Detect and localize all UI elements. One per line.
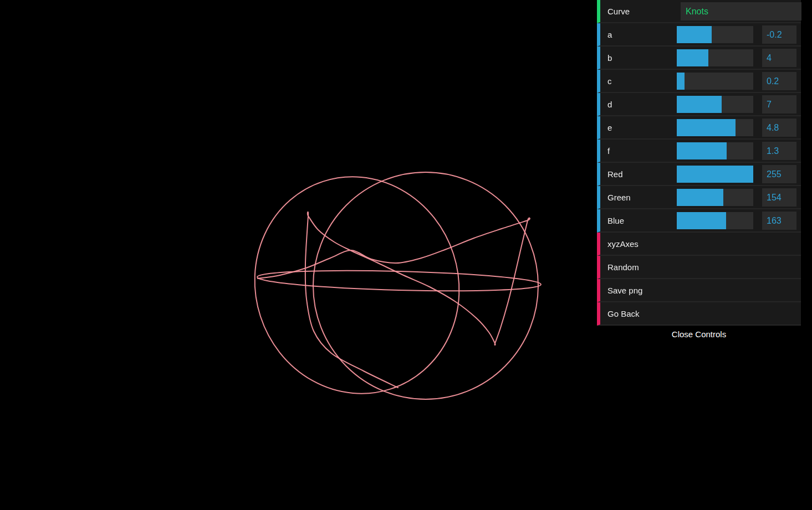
value-input-d[interactable]: 7 [762, 95, 796, 114]
slider-label: b [607, 47, 612, 69]
value-input-b[interactable]: 4 [762, 49, 796, 67]
button-random[interactable]: Random [597, 256, 801, 279]
gui-row-red: Red255 [597, 163, 801, 186]
button-label: xyzAxes [607, 233, 639, 255]
gui-row-blue: Blue163 [597, 209, 801, 233]
slider-label: f [607, 140, 610, 162]
value-input-a[interactable]: -0.2 [762, 25, 796, 44]
curve-row-label: Curve [607, 0, 630, 22]
slider-label: d [607, 93, 612, 115]
slider-fill [677, 212, 726, 229]
value-input-e[interactable]: 4.8 [762, 119, 796, 137]
slider-track-red[interactable] [677, 166, 753, 183]
slider-fill [677, 49, 708, 66]
slider-label: Green [607, 186, 631, 208]
button-label: Go Back [607, 302, 640, 324]
slider-fill [677, 26, 712, 43]
gui-row-f: f1.3 [597, 140, 801, 163]
slider-track-green[interactable] [677, 189, 753, 206]
button-label: Random [607, 256, 639, 278]
value-input-red[interactable]: 255 [762, 165, 796, 183]
gui-row-curve: Curve Knots [597, 0, 801, 23]
value-input-green[interactable]: 154 [762, 188, 796, 207]
button-xyzaxes[interactable]: xyzAxes [597, 233, 801, 256]
gui-row-b: b4 [597, 47, 801, 70]
gui-row-c: c0.2 [597, 70, 801, 93]
slider-label: c [607, 70, 612, 92]
dat-gui-panel: Curve Knots a-0.2b4c0.2d7e4.8f1.3Red255G… [597, 0, 801, 342]
button-go-back[interactable]: Go Back [597, 302, 801, 326]
gui-row-a: a-0.2 [597, 23, 801, 47]
slider-label: a [607, 23, 612, 45]
slider-label: e [607, 116, 612, 138]
slider-label: Red [607, 163, 623, 185]
slider-track-f[interactable] [677, 142, 753, 159]
close-controls-button[interactable]: Close Controls [597, 326, 801, 342]
slider-fill [677, 73, 685, 90]
curve-select[interactable]: Knots [681, 2, 801, 20]
gui-row-e: e4.8 [597, 116, 801, 140]
slider-track-blue[interactable] [677, 212, 753, 229]
slider-track-a[interactable] [677, 26, 753, 43]
slider-fill [677, 119, 736, 136]
slider-track-d[interactable] [677, 96, 753, 113]
gui-rows: Curve Knots a-0.2b4c0.2d7e4.8f1.3Red255G… [597, 0, 801, 326]
slider-fill [677, 96, 722, 113]
gui-row-d: d7 [597, 93, 801, 116]
slider-track-e[interactable] [677, 119, 753, 136]
slider-fill [677, 166, 753, 183]
slider-track-c[interactable] [677, 73, 753, 90]
value-input-c[interactable]: 0.2 [762, 72, 796, 90]
slider-fill [677, 142, 727, 159]
value-input-f[interactable]: 1.3 [762, 142, 796, 160]
button-label: Save png [607, 279, 642, 301]
slider-fill [677, 189, 723, 206]
button-save-png[interactable]: Save png [597, 279, 801, 302]
value-input-blue[interactable]: 163 [762, 212, 796, 230]
slider-track-b[interactable] [677, 49, 753, 66]
slider-label: Blue [607, 209, 624, 231]
gui-row-green: Green154 [597, 186, 801, 209]
curve-select-value: Knots [686, 7, 708, 17]
